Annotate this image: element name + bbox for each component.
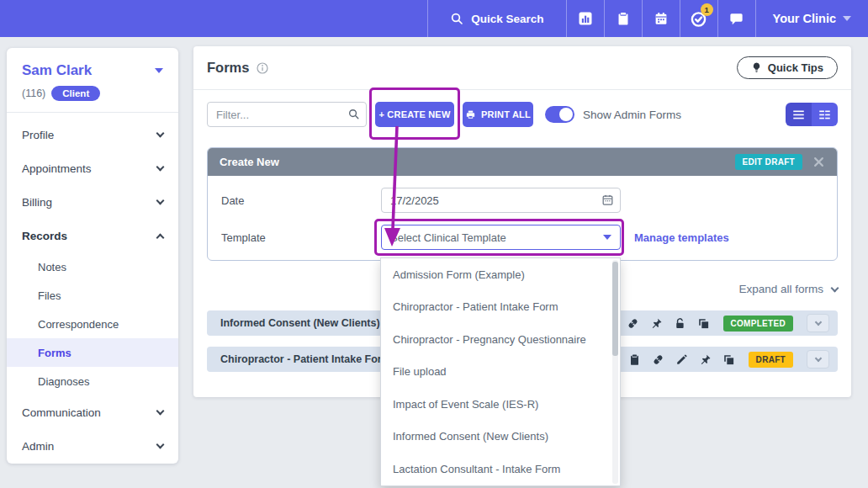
sidebar-item-appointments[interactable]: Appointments: [7, 151, 178, 185]
messages-nav-button[interactable]: [717, 0, 755, 37]
template-select-value: Select Clinical Template: [390, 231, 506, 244]
sidebar-item-label: Appointments: [22, 162, 92, 175]
lightbulb-icon: [751, 61, 762, 74]
sidebar-item-label: Notes: [38, 261, 66, 273]
client-type-badge: Client: [51, 86, 100, 101]
dropdown-option[interactable]: Impact of Event Scale (IES-R): [381, 388, 620, 421]
chevron-down-icon: [603, 235, 611, 240]
calendar-icon[interactable]: [601, 194, 614, 206]
dropdown-option[interactable]: Chiropractor - Patient Intake Form: [381, 291, 620, 324]
panel-title: Create New: [220, 156, 279, 168]
form-row-title: Informed Consent (New Clients): [220, 317, 380, 329]
chevron-down-icon: [843, 16, 851, 21]
sidebar-item-notes[interactable]: Notes: [7, 252, 178, 281]
dropdown-option[interactable]: Informed Consent (New Clients): [381, 421, 620, 454]
status-badge: DRAFT: [749, 352, 793, 368]
link-icon[interactable]: [652, 353, 664, 366]
dropdown-option[interactable]: Lactation Consultant - Intake Form: [381, 453, 620, 485]
sidebar-item-billing[interactable]: Billing: [7, 185, 178, 219]
sidebar-item-label: Forms: [38, 347, 71, 359]
chevron-down-icon: [156, 163, 165, 172]
print-all-button[interactable]: PRINT ALL: [463, 102, 533, 127]
sidebar-item-forms[interactable]: Forms: [7, 338, 178, 367]
calendar-nav-button[interactable]: [642, 0, 680, 37]
top-navbar: Quick Search 1: [0, 0, 868, 37]
chevron-down-icon: [156, 197, 165, 205]
form-row-title: Chiropractor - Patient Intake Form: [220, 353, 391, 365]
clinic-name: Your Clinic: [773, 12, 836, 25]
notification-badge: 1: [701, 3, 713, 16]
sidebar-item-profile[interactable]: Profile: [7, 118, 178, 151]
print-all-label: PRINT ALL: [481, 109, 531, 119]
sidebar-item-label: Records: [22, 230, 67, 242]
sidebar-item-records[interactable]: Records: [7, 219, 178, 252]
manage-templates-link[interactable]: Manage templates: [634, 231, 729, 244]
status-badge: COMPLETED: [723, 316, 793, 332]
sidebar-item-files[interactable]: Files: [7, 281, 178, 310]
sidebar-item-admin[interactable]: Admin: [7, 429, 178, 463]
dropdown-option[interactable]: Admission Form (Example): [381, 258, 620, 291]
edit-draft-button[interactable]: EDIT DRAFT: [735, 154, 802, 170]
quick-tips-button[interactable]: Quick Tips: [737, 56, 838, 79]
reports-nav-button[interactable]: [566, 0, 604, 37]
info-icon[interactable]: [256, 61, 269, 75]
dropdown-scrollbar-thumb[interactable]: [612, 262, 618, 356]
date-input[interactable]: [381, 188, 621, 213]
notes-nav-button[interactable]: [604, 0, 642, 37]
pin-icon[interactable]: [699, 353, 712, 366]
pencil-icon[interactable]: [675, 353, 688, 366]
filter-input[interactable]: [207, 102, 367, 127]
pin-icon[interactable]: [650, 317, 663, 330]
sidebar-item-label: Correspondence: [38, 318, 119, 331]
sidebar-item-communication[interactable]: Communication: [7, 395, 178, 429]
app-window: Quick Search 1: [0, 0, 868, 488]
copy-icon[interactable]: [722, 353, 735, 366]
view-switcher: [786, 103, 838, 126]
date-label: Date: [221, 194, 381, 207]
sidebar-item-label: Billing: [22, 196, 52, 209]
sidebar-item-diagnoses[interactable]: Diagnoses: [7, 367, 178, 395]
template-field-row: Template Select Clinical Template Manage…: [221, 225, 823, 250]
expand-all-forms[interactable]: Expand all forms: [738, 283, 838, 295]
toggle-knob: [559, 108, 573, 121]
quick-search-button[interactable]: Quick Search: [427, 0, 565, 37]
client-sidebar: Sam Clark (116) Client ProfileAppointmen…: [7, 48, 178, 464]
chevron-down-icon: [814, 354, 821, 361]
search-icon: [347, 108, 360, 120]
template-select[interactable]: Select Clinical Template: [381, 225, 621, 250]
unlock-icon[interactable]: [674, 317, 686, 330]
chevron-down-icon: [814, 318, 821, 325]
sidebar-item-correspondence[interactable]: Correspondence: [7, 310, 178, 338]
list-view-icon: [792, 109, 805, 120]
quick-tips-label: Quick Tips: [768, 61, 823, 74]
row-expand-button[interactable]: [807, 314, 829, 332]
chevron-down-icon: [156, 441, 165, 449]
client-name[interactable]: Sam Clark: [22, 62, 92, 79]
show-admin-forms-label: Show Admin Forms: [583, 109, 681, 121]
close-icon[interactable]: [812, 156, 825, 168]
page-title: Forms: [207, 60, 249, 76]
client-chevron-down-icon[interactable]: [155, 68, 163, 73]
dropdown-option[interactable]: File upload: [381, 356, 620, 389]
grid-view-button[interactable]: [812, 103, 838, 126]
create-new-button[interactable]: + CREATE NEW: [375, 102, 454, 127]
tasks-nav-button[interactable]: 1: [680, 0, 717, 37]
page-header: Forms Quick Tips: [193, 46, 851, 90]
clipboard-icon: [616, 11, 631, 26]
calendar-icon: [654, 11, 669, 26]
chevron-down-icon: [156, 130, 165, 138]
expand-all-label: Expand all forms: [738, 283, 823, 295]
client-header: Sam Clark (116) Client: [7, 48, 178, 113]
date-field-row: Date: [221, 188, 823, 213]
clinic-menu-button[interactable]: Your Clinic: [755, 0, 868, 37]
copy-icon[interactable]: [697, 317, 710, 330]
show-admin-forms-toggle[interactable]: [545, 106, 574, 123]
clipboard-icon[interactable]: [628, 353, 641, 366]
list-view-button[interactable]: [786, 103, 812, 126]
sidebar-item-label: Admin: [22, 440, 54, 453]
row-expand-button[interactable]: [807, 350, 829, 369]
chevron-up-icon: [156, 233, 165, 241]
sidebar-item-label: Files: [38, 289, 61, 302]
link-icon[interactable]: [627, 317, 639, 330]
dropdown-option[interactable]: Chiropractor - Pregnancy Questionnaire: [381, 323, 620, 356]
